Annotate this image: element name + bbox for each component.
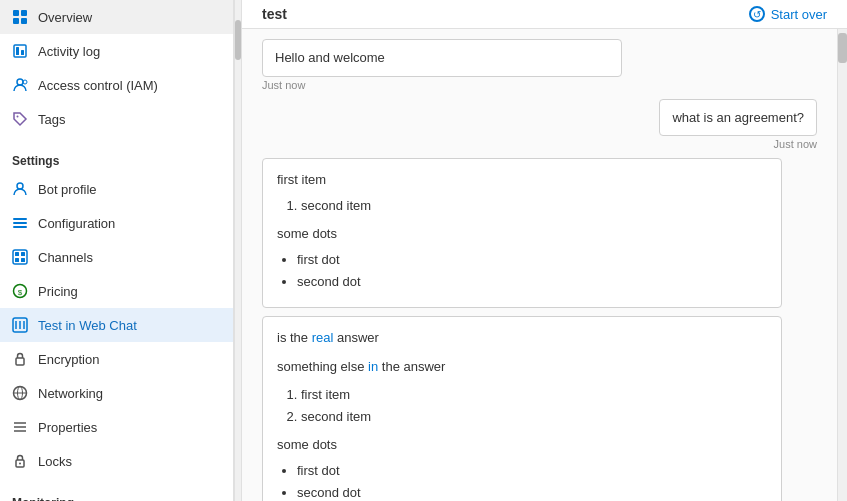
settings-label: Settings — [0, 144, 233, 172]
sidebar-label-networking: Networking — [38, 386, 103, 401]
sidebar-label-bot-profile: Bot profile — [38, 182, 97, 197]
start-over-label: Start over — [771, 7, 827, 22]
main-scrollbar[interactable] — [837, 29, 847, 501]
answer2-some-dots: some dots — [277, 434, 767, 456]
sidebar-scrollbar-thumb — [235, 20, 241, 60]
sidebar-item-encryption[interactable]: Encryption — [0, 342, 233, 376]
answer2-line2-normal: something else — [277, 359, 368, 374]
answer2-line1-blue: real — [312, 330, 334, 345]
activity-icon — [12, 43, 28, 59]
svg-rect-2 — [13, 18, 19, 24]
message-bubble-content: Hello and welcome — [262, 39, 622, 77]
main-scrollbar-thumb — [838, 33, 847, 63]
pricing-icon: $ — [12, 283, 28, 299]
answer-bullet-1: first dot — [297, 249, 767, 271]
start-over-button[interactable]: ↺ Start over — [749, 6, 827, 22]
sidebar-label-overview: Overview — [38, 10, 92, 25]
sidebar: Overview Activity log Access control (IA… — [0, 0, 234, 501]
sidebar-item-tags[interactable]: Tags — [0, 102, 233, 136]
answer2-bullet-1: first dot — [297, 460, 767, 482]
svg-point-9 — [17, 116, 19, 118]
config-icon — [12, 215, 28, 231]
sidebar-item-test-web-chat[interactable]: Test in Web Chat — [0, 308, 233, 342]
sidebar-item-overview[interactable]: Overview — [0, 0, 233, 34]
main-content: test ↺ Start over Hello and welcome Just… — [242, 0, 847, 501]
sidebar-label-activity-log: Activity log — [38, 44, 100, 59]
message-timestamp: Just now — [262, 79, 817, 91]
sidebar-item-locks[interactable]: Locks — [0, 444, 233, 478]
svg-rect-16 — [21, 252, 25, 256]
bot-answer-1: first item second item some dots first d… — [262, 158, 782, 308]
answer-some-dots: some dots — [277, 223, 767, 245]
channels-icon — [12, 249, 28, 265]
sidebar-item-networking[interactable]: Networking — [0, 376, 233, 410]
message-bubble-content-user: what is an agreement? — [659, 99, 817, 137]
sidebar-item-channels[interactable]: Channels — [0, 240, 233, 274]
sidebar-label-tags: Tags — [38, 112, 65, 127]
message-timestamp-user: Just now — [774, 138, 817, 150]
chat-messages: Hello and welcome Just now what is an ag… — [242, 29, 837, 501]
networking-icon — [12, 385, 28, 401]
svg-rect-25 — [16, 358, 24, 365]
sidebar-label-access-control: Access control (IAM) — [38, 78, 158, 93]
sidebar-item-configuration[interactable]: Configuration — [0, 206, 233, 240]
overview-icon — [12, 9, 28, 25]
answer2-line1: is the real answer — [277, 327, 767, 349]
answer2-ol-item-2: second item — [301, 406, 767, 428]
answer-line-1: first item — [277, 169, 767, 191]
sidebar-item-activity-log[interactable]: Activity log — [0, 34, 233, 68]
sidebar-item-pricing[interactable]: $ Pricing — [0, 274, 233, 308]
sidebar-label-encryption: Encryption — [38, 352, 99, 367]
sidebar-label-pricing: Pricing — [38, 284, 78, 299]
answer2-line2-end: the answer — [378, 359, 445, 374]
sidebar-item-access-control[interactable]: Access control (IAM) — [0, 68, 233, 102]
svg-rect-1 — [21, 10, 27, 16]
svg-rect-0 — [13, 10, 19, 16]
start-over-icon: ↺ — [749, 6, 765, 22]
message-bot-1: Hello and welcome Just now — [262, 39, 817, 91]
svg-rect-4 — [14, 45, 26, 57]
sidebar-label-locks: Locks — [38, 454, 72, 469]
sidebar-label-configuration: Configuration — [38, 216, 115, 231]
svg-rect-15 — [15, 252, 19, 256]
svg-rect-13 — [13, 226, 27, 228]
sidebar-label-test-web-chat: Test in Web Chat — [38, 318, 137, 333]
svg-text:$: $ — [18, 288, 23, 297]
svg-rect-14 — [13, 250, 27, 264]
sidebar-scrollbar[interactable] — [234, 0, 242, 501]
svg-rect-11 — [13, 218, 27, 220]
answer2-line2: something else in the answer — [277, 356, 767, 378]
answer2-line1-end: answer — [333, 330, 379, 345]
properties-icon — [12, 419, 28, 435]
sidebar-label-channels: Channels — [38, 250, 93, 265]
svg-rect-12 — [13, 222, 27, 224]
sidebar-item-properties[interactable]: Properties — [0, 410, 233, 444]
answer-ol-item-1: second item — [301, 195, 767, 217]
test-icon — [12, 317, 28, 333]
svg-point-7 — [17, 79, 23, 85]
answer2-line2-blue: in — [368, 359, 378, 374]
svg-point-33 — [19, 463, 21, 465]
access-icon — [12, 77, 28, 93]
monitoring-label: Monitoring — [0, 486, 233, 501]
sidebar-item-bot-profile[interactable]: Bot profile — [0, 172, 233, 206]
answer-bullet-2: second dot — [297, 271, 767, 293]
svg-rect-5 — [16, 47, 19, 55]
chat-title: test — [262, 6, 287, 22]
svg-rect-6 — [21, 50, 24, 55]
answer2-bullet-2: second dot — [297, 482, 767, 501]
bot-icon — [12, 181, 28, 197]
answer2-line1-normal: is the — [277, 330, 312, 345]
svg-rect-18 — [21, 258, 25, 262]
chat-header: test ↺ Start over — [242, 0, 847, 29]
svg-rect-3 — [21, 18, 27, 24]
tag-icon — [12, 111, 28, 127]
bot-answer-2: is the real answer something else in the… — [262, 316, 782, 501]
encryption-icon — [12, 351, 28, 367]
locks-icon — [12, 453, 28, 469]
svg-point-10 — [17, 183, 23, 189]
svg-rect-17 — [15, 258, 19, 262]
message-user-1: what is an agreement? Just now — [262, 99, 817, 151]
sidebar-label-properties: Properties — [38, 420, 97, 435]
answer2-ol-item-1: first item — [301, 384, 767, 406]
